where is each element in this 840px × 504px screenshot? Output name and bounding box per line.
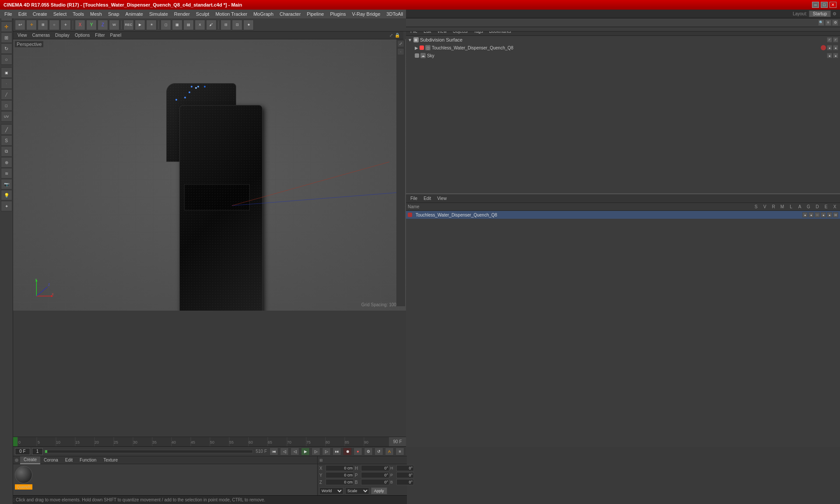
btn-record[interactable]: ⏺ <box>343 448 352 455</box>
vp-menu-options[interactable]: Options <box>72 33 92 38</box>
expand-icon-subdivision[interactable]: ▼ <box>408 38 412 42</box>
tb-floor[interactable]: ⊟ <box>220 20 231 30</box>
mat-tab-texture[interactable]: Texture <box>100 456 121 464</box>
input-size-p[interactable] <box>396 472 414 478</box>
btn-go-start[interactable]: ⏮ <box>270 448 278 455</box>
btn-play-fwd[interactable]: ▷ <box>312 448 320 455</box>
btn-more[interactable]: ≡ <box>396 448 404 455</box>
tool-object[interactable]: ○ <box>1 54 12 65</box>
attr-ctrl-6[interactable]: H <box>833 212 838 217</box>
frame-step-input[interactable] <box>32 448 43 455</box>
menu-3dtoall[interactable]: 3DToAll <box>384 10 406 18</box>
vp-menu-filter[interactable]: Filter <box>92 33 107 38</box>
tb-y-axis[interactable]: Y <box>86 20 97 30</box>
menu-vray[interactable]: V-Ray Bridge <box>350 10 383 18</box>
expand-icon-dispenser[interactable]: ▶ <box>415 46 418 50</box>
vp-ctrl-2[interactable]: · <box>397 48 404 55</box>
tb-anim-record[interactable]: REC <box>123 20 134 30</box>
om-vis2[interactable]: ● <box>833 45 838 50</box>
vp-menu-panel[interactable]: Panel <box>108 33 124 38</box>
menu-mesh[interactable]: Mesh <box>88 10 105 18</box>
tb-material[interactable]: ▦ <box>172 20 182 30</box>
timeline-ruler[interactable]: 0 5 10 15 20 25 30 35 40 45 50 55 60 65 … <box>18 437 402 446</box>
menu-snap[interactable]: Snap <box>105 10 122 18</box>
om-sky-vis1[interactable]: ● <box>827 53 832 58</box>
apply-button[interactable]: Apply <box>371 487 387 494</box>
tb-light2[interactable]: ★ <box>243 20 254 30</box>
vp-menu-view[interactable]: View <box>15 33 30 38</box>
input-b[interactable] <box>361 479 389 485</box>
tb-anim-play[interactable]: ▶ <box>135 20 145 30</box>
tb-undo[interactable]: ↩ <box>15 20 25 30</box>
mat-tab-corona[interactable]: Corona <box>40 456 62 464</box>
attr-ctrl-4[interactable]: ● <box>821 212 826 217</box>
tool-uvw[interactable]: UV <box>1 111 12 122</box>
menu-select[interactable]: Select <box>51 10 70 18</box>
btn-play[interactable]: ▶ <box>301 448 310 455</box>
om-checkmark2[interactable]: ✓ <box>833 37 838 42</box>
minimize-button[interactable]: ─ <box>812 2 819 8</box>
tool-sculpt-side[interactable]: ⧉ <box>1 146 12 157</box>
btn-prev-key[interactable]: ◁ <box>280 448 289 455</box>
input-p[interactable] <box>361 472 389 478</box>
tb-world[interactable]: W <box>109 20 119 30</box>
tb-ring-select[interactable]: ○ <box>49 20 60 30</box>
vp-menu-cameras[interactable]: Cameras <box>30 33 53 38</box>
menu-pipeline[interactable]: Pipeline <box>304 10 326 18</box>
coord-world-select[interactable]: World Object <box>319 487 343 494</box>
menu-file[interactable]: File <box>2 10 15 18</box>
menu-sculpt[interactable]: Sculpt <box>193 10 212 18</box>
menu-mograph[interactable]: MoGraph <box>251 10 276 18</box>
om-checkmark1[interactable]: ✓ <box>827 37 832 42</box>
close-button[interactable]: ✕ <box>830 2 836 8</box>
layout-icons[interactable]: ⚙ <box>833 11 836 16</box>
input-y-pos[interactable] <box>326 472 354 478</box>
om-search-icon[interactable]: 🔍 <box>818 20 824 26</box>
tb-texture[interactable]: ▤ <box>183 20 194 30</box>
menu-create[interactable]: Create <box>30 10 50 18</box>
attr-menu-edit[interactable]: Edit <box>421 196 434 201</box>
input-x-pos[interactable] <box>326 465 354 471</box>
attr-menu-file[interactable]: File <box>408 196 420 201</box>
tb-paint[interactable]: 🖌 <box>206 20 217 30</box>
om-vis1[interactable]: ● <box>827 45 832 50</box>
tool-deform[interactable]: ≋ <box>1 168 12 178</box>
btn-loop[interactable]: ↺ <box>374 448 383 455</box>
tool-points[interactable]: · <box>1 78 12 89</box>
mat-tab-create[interactable]: Create <box>20 456 40 464</box>
om-color-red[interactable] <box>821 45 826 50</box>
attr-row-dispenser[interactable]: Touchless_Water_Dispenser_Quench_Q8 ● ● … <box>406 211 840 219</box>
input-z-pos[interactable] <box>326 479 354 485</box>
tb-xpresso[interactable]: X <box>195 20 205 30</box>
attr-ctrl-1[interactable]: ● <box>802 212 808 217</box>
tb-x-axis[interactable]: X <box>75 20 85 30</box>
tool-gen[interactable]: ⊕ <box>1 157 12 168</box>
btn-anim-mode[interactable]: A <box>385 448 394 455</box>
input-size-h[interactable] <box>396 465 414 471</box>
tool-light[interactable]: 💡 <box>1 190 12 200</box>
tool-spline[interactable]: S <box>1 135 12 146</box>
attr-ctrl-5[interactable]: ● <box>827 212 832 217</box>
tb-live-select[interactable]: ✛ <box>26 20 37 30</box>
tb-z-axis[interactable]: Z <box>98 20 108 30</box>
attr-ctrl-2[interactable]: ● <box>808 212 814 217</box>
vp-lock-icon[interactable]: 🔒 <box>395 33 400 38</box>
main-viewport[interactable]: Perspective <box>13 39 407 311</box>
btn-go-end[interactable]: ⏭ <box>332 448 341 455</box>
tool-rotate[interactable]: ↻ <box>1 43 12 54</box>
mat-tab-function[interactable]: Function <box>76 456 100 464</box>
vp-menu-display[interactable]: Display <box>52 33 72 38</box>
vp-ctrl-1[interactable]: ⤢ <box>397 40 404 47</box>
layout-startup-button[interactable]: Startup <box>809 10 831 17</box>
tool-line[interactable]: ╱ <box>1 124 12 135</box>
btn-settings[interactable]: ⚙ <box>364 448 373 455</box>
tb-poly-obj[interactable]: ◻ <box>161 20 171 30</box>
tb-add[interactable]: + <box>60 20 71 30</box>
tb-select-all[interactable]: ⊞ <box>38 20 48 30</box>
om-sky-vis2[interactable]: ● <box>833 53 838 58</box>
tool-camera[interactable]: 📷 <box>1 179 12 189</box>
tool-scale[interactable]: ⊞ <box>1 32 12 43</box>
btn-next-key[interactable]: ▷ <box>322 448 331 455</box>
tb-cam2[interactable]: ⊡ <box>232 20 242 30</box>
coord-scale-select[interactable]: Scale Size <box>345 487 369 494</box>
